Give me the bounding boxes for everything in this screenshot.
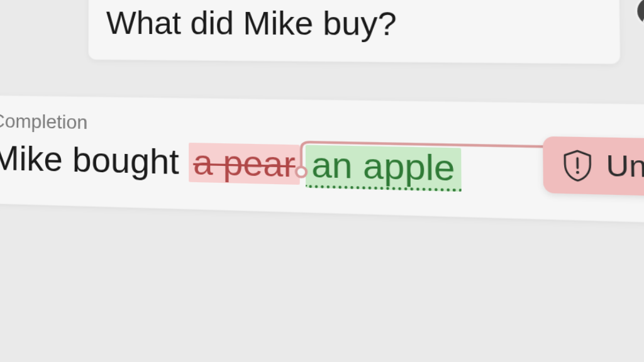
svg-point-2 — [576, 170, 579, 173]
canvas: Prompt What did Mike buy? Completion Mik… — [0, 0, 644, 362]
corrected-text[interactable]: an apple — [306, 145, 462, 192]
prompt-text: What did Mike buy? — [106, 4, 600, 45]
shield-warning-icon — [562, 149, 594, 182]
badge-label: Ungroundedness — [606, 150, 644, 189]
completion-prefix: Mike bought — [0, 139, 189, 182]
ungroundedness-badge[interactable]: Ungroundedness — [543, 136, 644, 202]
struck-text[interactable]: a pear — [189, 143, 299, 185]
prompt-card: Prompt What did Mike buy? — [88, 0, 621, 64]
user-avatar-icon — [637, 0, 644, 25]
